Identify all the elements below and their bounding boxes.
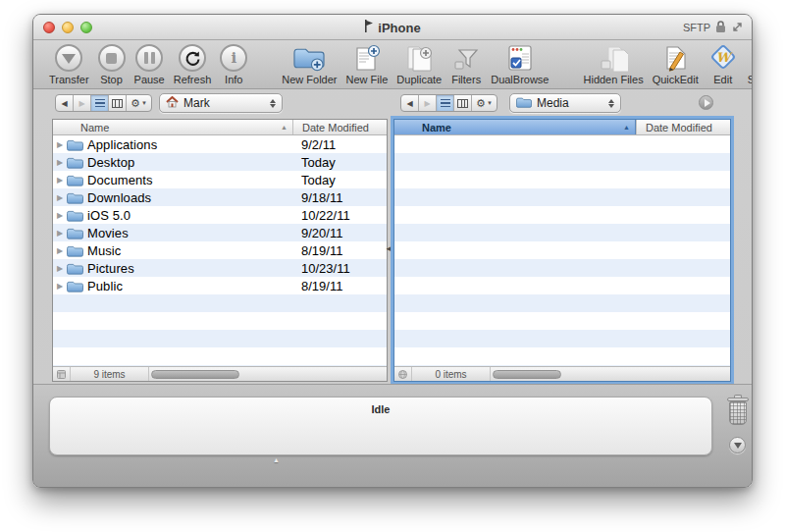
disclosure-triangle-icon[interactable]: ▶: [53, 211, 67, 220]
toolbar-button-transfer[interactable]: Transfer: [49, 44, 89, 85]
toolbar-label: DualBrowse: [491, 74, 549, 85]
disclosure-triangle-icon[interactable]: ▶: [53, 246, 67, 255]
column-view-button[interactable]: [109, 95, 127, 111]
file-row[interactable]: ▶ Documents Today: [53, 171, 387, 188]
proxy-icon[interactable]: [364, 20, 373, 35]
column-view-icon: [112, 99, 123, 108]
play-icon: [705, 99, 710, 107]
date-modified-column-header[interactable]: Date Modified: [292, 120, 387, 134]
toolbar-button-info[interactable]: i Info: [220, 44, 247, 85]
transfer-icon: [55, 44, 82, 72]
scrollbar-thumb[interactable]: [151, 370, 239, 379]
app-window: iPhone SFTP Transfer Stop Pause: [32, 14, 753, 488]
file-date: 10/23/11: [292, 261, 387, 276]
item-count: 0 items: [412, 367, 491, 381]
toolbar-button-refresh[interactable]: Refresh: [174, 44, 212, 85]
file-name: Public: [87, 279, 292, 293]
globe-icon[interactable]: [394, 367, 412, 381]
sort-ascending-icon: ▲: [623, 124, 630, 131]
right-path-dropdown[interactable]: Media: [509, 93, 621, 113]
disclosure-triangle-icon[interactable]: ▶: [53, 229, 67, 238]
transfer-status-text: Idle: [50, 403, 711, 415]
disclosure-triangle-icon[interactable]: ▶: [53, 158, 67, 167]
drawer-collapse-button[interactable]: [729, 437, 746, 453]
history-icon[interactable]: [53, 367, 71, 381]
trash-icon[interactable]: [726, 395, 750, 425]
toolbar-label: QuickEdit: [653, 74, 699, 85]
column-headers: Name ▲ Date Modified: [394, 120, 730, 135]
toolbar-label: Transfer: [49, 74, 89, 85]
toolbar-button-pause[interactable]: Pause: [134, 44, 165, 85]
hidden-files-icon: [598, 42, 629, 72]
file-list: [394, 135, 730, 366]
folder-icon: [67, 209, 83, 222]
toolbar-button-quickedit[interactable]: QuickEdit: [653, 42, 699, 85]
date-modified-column-header[interactable]: Date Modified: [636, 120, 730, 134]
collapse-arrow-icon[interactable]: ◄: [385, 244, 392, 253]
connect-play-button[interactable]: [699, 95, 713, 110]
disclosure-triangle-icon[interactable]: ▶: [53, 193, 67, 202]
file-row[interactable]: ▶ iOS 5.0 10/22/11: [53, 206, 387, 224]
action-menu-button[interactable]: ⚙▼: [472, 95, 497, 111]
list-view-button[interactable]: [437, 95, 454, 111]
scrollbar-thumb[interactable]: [493, 370, 561, 379]
zoom-button[interactable]: [80, 22, 92, 33]
name-column-header[interactable]: Name ▲: [394, 120, 636, 134]
column-view-button[interactable]: [454, 95, 472, 111]
toolbar-label: New File: [346, 74, 389, 85]
disclosure-triangle-icon[interactable]: ▶: [53, 264, 67, 273]
title-bar[interactable]: iPhone SFTP: [33, 15, 752, 40]
back-button[interactable]: ◀: [56, 95, 74, 111]
left-view-controls: ◀ ▶ ⚙▼: [55, 94, 152, 112]
resize-caret-icon[interactable]: ▲: [273, 456, 280, 463]
toolbar-button-new-file[interactable]: New File: [346, 42, 389, 85]
name-column-header[interactable]: Name ▲: [53, 120, 292, 134]
toolbar-button-stop[interactable]: Stop: [98, 44, 126, 85]
transfer-status-panel: Idle: [49, 397, 712, 455]
forward-button[interactable]: ▶: [419, 95, 437, 111]
file-date: 10/22/11: [292, 208, 387, 223]
horizontal-scrollbar[interactable]: [149, 367, 387, 381]
file-name: Music: [87, 243, 292, 258]
expand-icon[interactable]: [731, 21, 744, 35]
toolbar-button-synchronize[interactable]: Synchronize: [748, 42, 753, 85]
horizontal-scrollbar[interactable]: [491, 367, 730, 381]
pause-icon: [135, 44, 163, 72]
file-row[interactable]: ▶ Movies 9/20/11: [53, 224, 387, 241]
file-row[interactable]: ▶ Music 8/19/11: [53, 241, 387, 259]
forward-button[interactable]: ▶: [74, 95, 91, 111]
gear-icon: ⚙: [476, 97, 486, 110]
toolbar-button-edit[interactable]: W Edit: [707, 42, 739, 85]
file-row[interactable]: ▶ Pictures 10/23/11: [53, 259, 387, 277]
toolbar-label: Edit: [713, 74, 732, 85]
close-button[interactable]: [43, 22, 55, 33]
toolbar-button-filters[interactable]: Filters: [450, 42, 482, 85]
disclosure-triangle-icon[interactable]: ▶: [53, 140, 67, 149]
file-row[interactable]: ▶ Downloads 9/18/11: [53, 188, 387, 206]
gear-icon: ⚙: [131, 97, 140, 110]
toolbar-button-duplicate[interactable]: Duplicate: [396, 42, 442, 85]
file-row[interactable]: ▶ Applications 9/2/11: [53, 135, 387, 153]
window-title: iPhone: [378, 21, 420, 35]
list-view-icon: [441, 99, 450, 108]
disclosure-triangle-icon[interactable]: ▶: [53, 282, 67, 291]
toolbar-button-hidden-files[interactable]: Hidden Files: [584, 42, 644, 85]
file-row[interactable]: ▶ Desktop Today: [53, 153, 387, 171]
back-button[interactable]: ◀: [401, 95, 419, 111]
folder-icon: [67, 174, 83, 186]
item-count: 9 items: [71, 367, 149, 381]
left-path-dropdown[interactable]: Mark: [159, 93, 283, 113]
minimize-button[interactable]: [62, 22, 74, 33]
down-arrow-icon: [734, 443, 742, 449]
list-view-button[interactable]: [91, 95, 109, 111]
right-dropdown-label: Media: [537, 96, 603, 110]
file-date: 9/20/11: [292, 226, 387, 240]
toolbar-button-new-folder[interactable]: New Folder: [282, 42, 337, 85]
disclosure-triangle-icon[interactable]: ▶: [53, 176, 67, 185]
folder-icon: [516, 94, 532, 112]
file-name: Applications: [87, 137, 292, 152]
action-menu-button[interactable]: ⚙▼: [127, 95, 151, 111]
file-name: iOS 5.0: [87, 208, 292, 223]
file-row[interactable]: ▶ Public 8/19/11: [53, 277, 387, 294]
toolbar-button-dualbrowse[interactable]: DualBrowse: [491, 42, 549, 85]
